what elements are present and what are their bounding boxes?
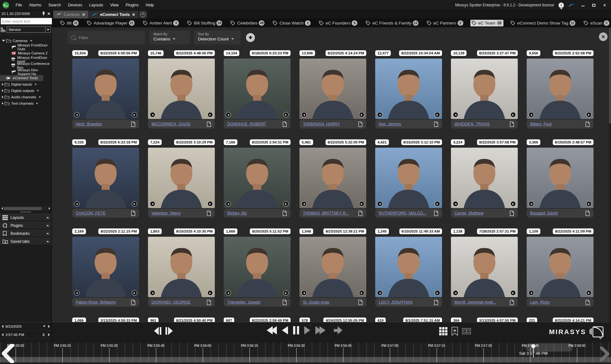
menu-item[interactable]: Plugins [122, 0, 142, 10]
detection-card[interactable]: 4,421 8/15/2025 3:12:10 PM [375, 139, 442, 218]
tag-chip[interactable]: Bill Stuffing 16 [186, 20, 223, 26]
person-name-link[interactable]: WHIDDEN, TRAVIS [454, 122, 490, 126]
face-photo[interactable] [72, 148, 139, 208]
report-icon[interactable] [207, 122, 211, 127]
prev-detection-button[interactable] [301, 201, 307, 206]
detection-card[interactable]: 1,803 8/15/2025 4:10:35 PM [148, 228, 215, 307]
next-detection-button[interactable] [207, 201, 213, 206]
detection-card[interactable]: 15,934 8/22/2025 6:00:56 PM [72, 50, 139, 129]
detection-card[interactable]: 13,906 8/22/2025 4:14:24 PM [299, 50, 366, 129]
scrollbar-thumb[interactable] [609, 28, 611, 123]
playback-time[interactable]: 3:57:46 PM [5, 333, 40, 337]
scrollbar-thumb[interactable] [4, 207, 41, 210]
face-photo[interactable] [224, 59, 291, 119]
prev-detection-button[interactable] [529, 112, 534, 117]
detection-card[interactable]: 9,556 8/22/2025 2:52:08 PM [527, 50, 593, 129]
detection-card[interactable]: 7,224 8/22/2025 3:10:29 PM [148, 139, 215, 218]
person-name-link[interactable]: Carrier, Matthew [454, 211, 484, 215]
detection-card[interactable]: 7,166 8/22/2025 2:54:31 PM [224, 139, 291, 218]
next-detection-button[interactable] [510, 290, 516, 296]
search-input[interactable] [1, 18, 53, 24]
face-photo[interactable] [375, 148, 442, 208]
report-icon[interactable] [207, 300, 211, 305]
detection-card[interactable]: 5,481 8/22/2025 5:22:00 PM [299, 139, 366, 218]
next-detection-button[interactable] [283, 201, 289, 206]
chevron-down-icon[interactable] [36, 103, 38, 104]
face-photo[interactable] [451, 148, 518, 208]
prev-detection-button[interactable] [150, 290, 155, 296]
next-detection-button[interactable] [283, 112, 289, 117]
filter-input[interactable] [79, 35, 133, 40]
filmstrip-view-icon[interactable] [462, 328, 471, 334]
playhead-knob-icon[interactable] [531, 344, 536, 348]
detection-card[interactable]: 1,548 8/23/2025 12:39:21 PM [299, 228, 366, 307]
detection-card[interactable]: 419 8/1/2025 7:51:15 AM [375, 318, 442, 322]
tag-chip[interactable]: eC Founders 5 [318, 20, 359, 26]
tag-chip[interactable]: Advantage Player 21 [86, 20, 136, 26]
close-panel-button[interactable]: ✕ [599, 32, 607, 41]
report-icon[interactable] [282, 122, 287, 127]
person-name-link[interactable]: MCCORMICK, DAVID [151, 122, 191, 126]
face-photo[interactable] [527, 237, 593, 297]
detection-card[interactable]: 14,104 8/18/2025 6:23:23 PM [224, 50, 291, 129]
person-name-link[interactable]: DONOHUE, ROBERT [227, 122, 266, 126]
tag-chip[interactable]: Close Watch 1 [271, 20, 312, 26]
menu-item[interactable]: Alarms [25, 0, 45, 10]
prev-detection-button[interactable] [453, 201, 458, 206]
close-tab-icon[interactable]: ✕ [82, 12, 85, 17]
sidebar-panel-header[interactable]: Plugins [0, 222, 52, 229]
next-detection-button[interactable] [132, 201, 137, 206]
vertical-scrollbar[interactable] [609, 27, 611, 322]
report-icon[interactable] [585, 300, 590, 305]
prev-date-icon[interactable] [2, 325, 4, 328]
face-photo[interactable] [299, 237, 366, 297]
collapsed-icon[interactable] [2, 83, 4, 86]
maximize-button[interactable] [591, 3, 597, 8]
person-name-link[interactable]: Trierweiler, Joseph [227, 300, 260, 304]
tag-chip[interactable]: eC Team 33 [470, 20, 504, 26]
chevron-down-icon[interactable] [35, 84, 37, 85]
report-icon[interactable] [434, 300, 439, 305]
device-group-row[interactable]: Audio channels [0, 94, 52, 100]
jump-forward-button[interactable] [334, 326, 342, 334]
prev-detection-button[interactable] [150, 112, 155, 117]
prev-detection-button[interactable] [453, 112, 458, 117]
next-detection-button[interactable] [435, 290, 440, 296]
play-button[interactable]: 1 [304, 326, 310, 334]
timeline[interactable]: PM 3:55:00PM 3:55:15PM 3:55:30PM 3:55:45… [0, 343, 611, 364]
next-detection-button[interactable] [435, 201, 440, 206]
scroll-left-icon[interactable] [0, 207, 4, 210]
device-tree-item[interactable]: Mirasys Dev-Support Ha [0, 69, 52, 75]
menu-item[interactable]: Layouts [86, 0, 107, 10]
person-name-link[interactable]: Lam, Ricky [530, 300, 550, 304]
next-detection-button[interactable] [207, 112, 213, 117]
next-detection-button[interactable] [359, 290, 364, 296]
prev-detection-button[interactable] [529, 201, 534, 206]
close-tab-icon[interactable]: ✕ [132, 12, 135, 17]
detection-card[interactable]: 364 3/13/2025 4:57:50 PM [451, 318, 518, 322]
menu-item[interactable]: View [107, 0, 122, 10]
detection-card[interactable]: 1,066 3/13/2025 4:59:33 PM [72, 318, 139, 322]
prev-detection-button[interactable] [377, 112, 383, 117]
chevron-up-icon[interactable] [46, 241, 49, 242]
detection-card[interactable]: 2,169 8/22/2025 2:11:15 PM [72, 228, 139, 307]
play-backward-button[interactable] [282, 326, 288, 334]
next-date-icon[interactable] [48, 325, 50, 328]
detection-card[interactable]: 578 4/24/2025 12:55:05 PM [299, 318, 366, 322]
face-photo[interactable] [224, 148, 291, 208]
detection-card[interactable]: 9,335 8/22/2025 6:23:18 PM [72, 139, 139, 218]
face-photo[interactable] [527, 59, 593, 119]
playback-date[interactable]: 8/23/2025 [5, 325, 41, 328]
next-detection-button[interactable] [132, 112, 137, 117]
menu-item[interactable]: Devices [65, 0, 86, 10]
tab-econnect-tools[interactable]: eConnect Tools ✕ [89, 10, 138, 18]
tag-chip[interactable]: eC Partners 2 [425, 20, 465, 26]
report-icon[interactable] [509, 211, 514, 216]
face-photo[interactable] [148, 148, 215, 208]
tag-chip[interactable]: Celebrities 49 [229, 20, 266, 26]
next-detection-button[interactable] [207, 290, 213, 296]
person-name-link[interactable]: Richey, Nic [227, 211, 247, 215]
person-name-link[interactable]: TARBINIAN, HARRY [303, 122, 340, 126]
person-name-link[interactable]: CHACON, PETE [76, 211, 106, 215]
face-photo[interactable] [451, 237, 518, 297]
